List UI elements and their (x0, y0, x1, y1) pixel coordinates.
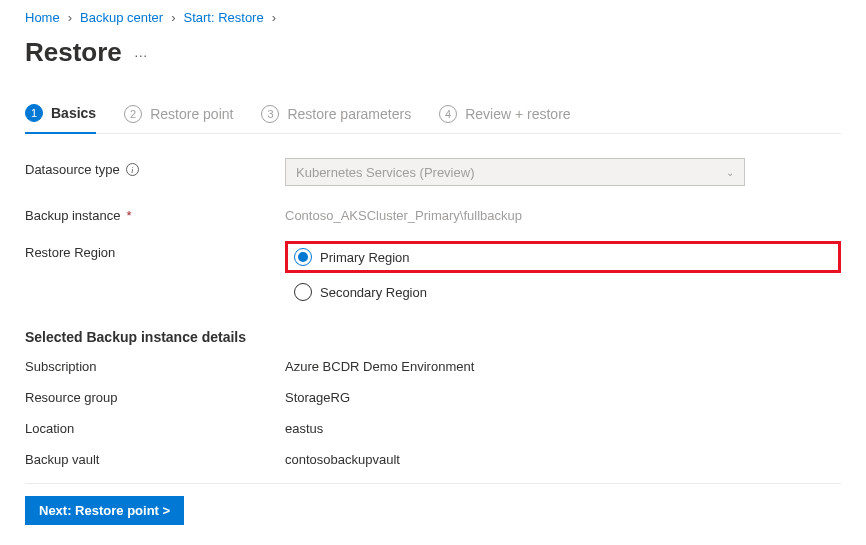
select-datasource-type: Kubernetes Services (Preview) ⌄ (285, 158, 745, 186)
label-datasource-type: Datasource type i (25, 158, 285, 177)
value-resource-group: StorageRG (285, 390, 350, 405)
value-location: eastus (285, 421, 323, 436)
value-subscription: Azure BCDR Demo Environment (285, 359, 474, 374)
label-location: Location (25, 421, 285, 436)
row-datasource-type: Datasource type i Kubernetes Services (P… (25, 158, 841, 186)
footer-bar: Next: Restore point > (25, 483, 841, 525)
value-backup-instance: Contoso_AKSCluster_Primary\fullbackup (285, 204, 841, 223)
row-subscription: Subscription Azure BCDR Demo Environment (25, 359, 841, 374)
tab-label: Restore point (150, 106, 233, 122)
more-actions-icon[interactable]: … (134, 44, 149, 62)
label-resource-group: Resource group (25, 390, 285, 405)
tab-step-number: 1 (25, 104, 43, 122)
chevron-right-icon: › (68, 10, 72, 25)
page-title: Restore (25, 37, 122, 68)
value-backup-vault: contosobackupvault (285, 452, 400, 467)
tab-label: Restore parameters (287, 106, 411, 122)
row-restore-region: Restore Region Primary Region Secondary … (25, 241, 841, 301)
radio-group-restore-region: Primary Region Secondary Region (285, 241, 841, 301)
breadcrumb-start-restore[interactable]: Start: Restore (183, 10, 263, 25)
highlight-primary-region: Primary Region (285, 241, 841, 273)
label-backup-vault: Backup vault (25, 452, 285, 467)
tab-basics[interactable]: 1 Basics (25, 104, 96, 134)
tab-restore-point[interactable]: 2 Restore point (124, 104, 233, 133)
chevron-down-icon: ⌄ (726, 167, 734, 178)
label-restore-region: Restore Region (25, 241, 285, 260)
tab-label: Review + restore (465, 106, 570, 122)
next-restore-point-button[interactable]: Next: Restore point > (25, 496, 184, 525)
radio-primary-region[interactable]: Primary Region (294, 248, 410, 266)
tab-label: Basics (51, 105, 96, 121)
breadcrumb: Home › Backup center › Start: Restore › (25, 10, 841, 25)
wizard-tabs: 1 Basics 2 Restore point 3 Restore param… (25, 104, 841, 134)
radio-secondary-region[interactable]: Secondary Region (285, 283, 841, 301)
row-backup-instance: Backup instance * Contoso_AKSCluster_Pri… (25, 204, 841, 223)
label-subscription: Subscription (25, 359, 285, 374)
tab-restore-parameters[interactable]: 3 Restore parameters (261, 104, 411, 133)
select-value: Kubernetes Services (Preview) (296, 165, 474, 180)
tab-step-number: 3 (261, 105, 279, 123)
row-resource-group: Resource group StorageRG (25, 390, 841, 405)
info-icon[interactable]: i (126, 163, 139, 176)
chevron-right-icon: › (171, 10, 175, 25)
label-backup-instance: Backup instance * (25, 204, 285, 223)
breadcrumb-backup-center[interactable]: Backup center (80, 10, 163, 25)
radio-icon-checked (294, 248, 312, 266)
row-location: Location eastus (25, 421, 841, 436)
radio-icon-unchecked (294, 283, 312, 301)
required-indicator: * (126, 208, 131, 223)
row-backup-vault: Backup vault contosobackupvault (25, 452, 841, 467)
tab-step-number: 2 (124, 105, 142, 123)
chevron-right-icon: › (272, 10, 276, 25)
heading-backup-instance-details: Selected Backup instance details (25, 329, 841, 345)
tab-review-restore[interactable]: 4 Review + restore (439, 104, 570, 133)
radio-label: Primary Region (320, 250, 410, 265)
breadcrumb-home[interactable]: Home (25, 10, 60, 25)
page-header: Restore … (25, 37, 841, 68)
radio-label: Secondary Region (320, 285, 427, 300)
tab-step-number: 4 (439, 105, 457, 123)
